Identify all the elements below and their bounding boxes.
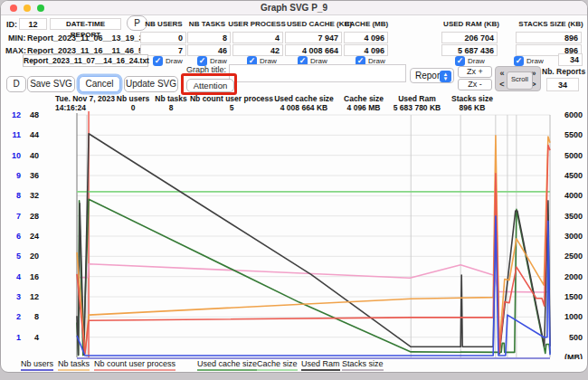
left-axis-blue-tick: 4 xyxy=(16,272,21,281)
right-axis-tick: 3500 xyxy=(564,212,583,221)
column-header: NB TASKS xyxy=(189,20,225,28)
min-value-cell: 206 704 xyxy=(441,32,498,43)
draw-checkbox[interactable]: ✓Draw xyxy=(514,56,544,66)
series-nb-count-user-process xyxy=(77,146,550,355)
column-header: USED CACHE (KB) xyxy=(287,20,352,28)
right-axis-tick: 2000 xyxy=(564,272,583,281)
left-axis-blue-tick: 12 xyxy=(12,110,21,119)
right-axis-tick: 4000 xyxy=(564,191,583,200)
nb-reports-label: Nb. Reports xyxy=(542,67,585,76)
left-axis-tick: 4 xyxy=(34,333,39,342)
legend-item[interactable]: Used Ram xyxy=(301,359,340,371)
legend-item[interactable]: Nb count user process xyxy=(94,359,175,371)
series-used-cache-size xyxy=(77,199,550,356)
series-stacks-size xyxy=(77,264,550,292)
info-label: Stacks size xyxy=(451,94,493,103)
legend-item[interactable]: Nb users xyxy=(21,359,53,371)
id-label: ID: xyxy=(6,20,17,29)
info-label: Nb count user process xyxy=(190,94,273,103)
left-axis-blue-tick: 6 xyxy=(16,232,21,241)
save-svg-button[interactable]: Save SVG xyxy=(27,76,75,92)
info-label: Used Ram xyxy=(394,94,441,103)
datetime-report-button[interactable]: DATE-TIME REPORT xyxy=(50,18,121,30)
min-value-cell: 4 xyxy=(232,32,283,43)
zoom-in-button[interactable]: Zx + xyxy=(458,66,492,78)
reports-count-field[interactable]: 34 xyxy=(558,53,583,66)
right-axis-tick: 2500 xyxy=(564,252,583,261)
max-value-cell: 4 096 xyxy=(344,44,388,56)
report-select-value: Report xyxy=(415,71,442,81)
right-axis-tick: 3000 xyxy=(564,232,583,241)
legend-item[interactable]: Stacks size xyxy=(342,359,384,371)
legend-item[interactable]: Nb tasks xyxy=(58,359,90,371)
select-stepper-icon[interactable]: ▲▼ xyxy=(440,71,451,82)
draw-checkbox[interactable]: ✓Draw xyxy=(197,56,227,66)
info-label: Nb users xyxy=(117,94,149,103)
checkbox-check-icon: ✓ xyxy=(455,56,465,66)
info-label: Cache size xyxy=(344,94,384,103)
left-axis-blue-tick: 5 xyxy=(16,252,21,261)
min-label: MIN: xyxy=(8,33,26,43)
legend-item[interactable]: Cache size xyxy=(257,359,298,371)
left-axis-tick: 16 xyxy=(30,272,39,281)
d-button[interactable]: D xyxy=(6,76,26,92)
left-axis-blue-tick: 10 xyxy=(12,151,21,160)
left-axis-blue-tick: 1 xyxy=(16,333,21,342)
left-axis-tick: 32 xyxy=(30,191,39,200)
scroll-group: « » < > Scroll xyxy=(495,66,541,91)
right-axis-tick: 5000 xyxy=(564,151,583,160)
nb-reports-field[interactable]: 34 xyxy=(546,78,579,91)
series-used-ram xyxy=(77,134,550,356)
min-value-cell: 8 xyxy=(187,32,231,43)
zoom-out-button[interactable]: Zx - xyxy=(458,79,492,90)
checkbox-check-icon: ✓ xyxy=(514,56,524,66)
id-field[interactable]: 12 xyxy=(19,18,47,30)
graph-title-input[interactable] xyxy=(229,64,406,82)
left-axis-tick: 20 xyxy=(30,252,39,261)
draw-checkbox[interactable]: ✓Draw xyxy=(153,56,183,66)
draw-checkbox-label: Draw xyxy=(166,57,183,65)
cancel-button[interactable]: Cancel xyxy=(79,76,120,92)
attention-highlight-box: Attention xyxy=(181,73,237,95)
right-axis-unit: (MB) xyxy=(564,353,583,359)
graph-canvas[interactable]: 1248600011445500104050009364500832400072… xyxy=(1,108,588,359)
left-axis-tick: 28 xyxy=(30,212,39,221)
min-value-cell: 7 947 xyxy=(285,32,342,43)
info-label: Nb tasks xyxy=(155,94,186,103)
right-axis-tick: 500 xyxy=(569,333,583,342)
left-axis-blue-tick: 9 xyxy=(16,171,21,180)
attention-button[interactable]: Attention xyxy=(186,79,234,92)
scroll-button[interactable]: Scroll xyxy=(507,71,533,90)
legend-item[interactable]: Used cache size xyxy=(197,359,257,371)
right-axis-tick: 5500 xyxy=(564,130,583,139)
left-axis-tick: 36 xyxy=(30,171,39,180)
draw-checkbox-label: Draw xyxy=(210,57,227,65)
title-bar: Graph SVG P_9 xyxy=(1,1,587,15)
left-axis-tick: 48 xyxy=(30,110,39,119)
right-axis-tick: 1000 xyxy=(564,312,583,321)
column-header: NB USERS xyxy=(145,20,182,28)
column-header: STACKS SIZE (KB) xyxy=(518,20,583,28)
report-select[interactable]: Report ▲▼ xyxy=(410,68,454,83)
left-axis-blue-tick: 2 xyxy=(16,312,21,321)
draw-checkbox-label: Draw xyxy=(526,57,544,65)
min-value-cell: 4 096 xyxy=(344,32,388,43)
left-axis-blue-tick: 3 xyxy=(16,292,21,301)
draw-checkbox-label: Draw xyxy=(468,57,485,65)
draw-checkbox[interactable]: ✓Draw xyxy=(455,56,485,66)
column-header: USED RAM (KB) xyxy=(443,20,499,28)
left-axis-tick: 40 xyxy=(30,151,39,160)
max-label: MAX: xyxy=(5,46,26,55)
right-axis-tick: 4500 xyxy=(564,171,583,180)
checkbox-check-icon: ✓ xyxy=(153,56,163,66)
max-value-cell: 4 008 664 xyxy=(285,44,342,56)
left-axis-tick: 12 xyxy=(30,292,39,301)
left-axis-blue-tick: 8 xyxy=(16,191,21,200)
app-window: Graph SVG P_9 ID: 12 DATE-TIME REPORT P … xyxy=(0,0,588,373)
left-axis-blue-tick: 11 xyxy=(12,130,21,139)
current-report-field[interactable]: Report_2023_11_07__14_16_24.txt xyxy=(23,54,148,67)
min-value-cell: 896 xyxy=(516,32,582,43)
update-svg-button[interactable]: Update SVG xyxy=(124,76,178,92)
max-value-cell: 42 xyxy=(232,44,283,56)
max-value-cell: 5 687 436 xyxy=(441,44,498,56)
